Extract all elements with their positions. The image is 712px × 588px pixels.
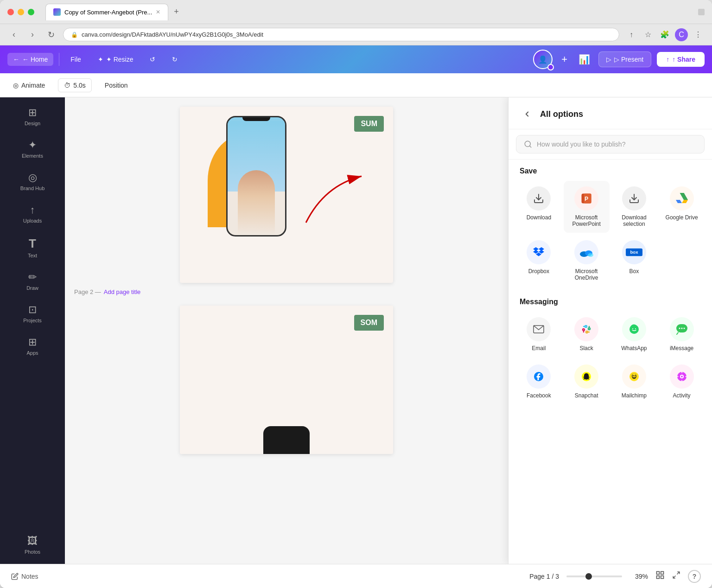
sidebar-item-design[interactable]: ⊞ Design bbox=[5, 101, 60, 132]
window-control[interactable] bbox=[698, 9, 705, 15]
sidebar-item-photos[interactable]: 🖼 Photos bbox=[5, 530, 60, 560]
share-avatar-container[interactable]: 👤 bbox=[533, 49, 553, 70]
sidebar-item-apps[interactable]: ⊞ Apps bbox=[5, 331, 60, 361]
option-download[interactable]: Download bbox=[516, 181, 562, 233]
sidebar-item-projects[interactable]: ⊡ Projects bbox=[5, 298, 60, 329]
back-nav-button[interactable]: ‹ bbox=[7, 28, 20, 41]
canva-favicon bbox=[53, 8, 61, 16]
sidebar-item-label-design: Design bbox=[25, 121, 40, 126]
option-download-selection[interactable]: Download selection bbox=[611, 181, 657, 233]
svg-point-22 bbox=[632, 328, 633, 329]
svg-point-33 bbox=[633, 375, 634, 376]
close-traffic-light[interactable] bbox=[7, 9, 14, 15]
browser-tab-active[interactable]: Copy of Sommer-Angebot (Pre... ✕ bbox=[45, 4, 168, 20]
home-back-button[interactable]: ← ← Home bbox=[7, 53, 53, 66]
canva-topbar: ← ← Home File ✦ ✦ Resize ↺ ↻ 👤 + 📊 ▷ ▷ P… bbox=[0, 45, 712, 73]
messaging-options-row2: Facebook Snapchat bbox=[516, 359, 705, 404]
tab-close-btn[interactable]: ✕ bbox=[156, 9, 160, 15]
grid-view-icon bbox=[655, 570, 665, 580]
svg-point-37 bbox=[681, 376, 683, 377]
notes-button[interactable]: Notes bbox=[11, 573, 38, 580]
svg-point-27 bbox=[683, 328, 685, 329]
option-snapchat[interactable]: Snapchat bbox=[564, 359, 610, 404]
search-box bbox=[516, 135, 705, 153]
som-badge-text: SOM bbox=[361, 319, 377, 326]
option-powerpoint[interactable]: P Microsoft PowerPoint bbox=[564, 181, 610, 233]
sidebar-bottom: 🖼 Photos bbox=[5, 530, 60, 560]
summer-badge: SUM bbox=[354, 116, 384, 132]
minimize-traffic-light[interactable] bbox=[18, 9, 24, 15]
expand-button[interactable] bbox=[672, 571, 680, 582]
snapchat-label: Snapchat bbox=[575, 392, 598, 399]
sidebar-item-brand-hub[interactable]: ◎ Brand Hub bbox=[5, 166, 60, 197]
design-page-2: SOM bbox=[180, 306, 393, 454]
email-icon-container bbox=[527, 317, 551, 341]
bookmark-btn[interactable]: ☆ bbox=[642, 28, 655, 41]
resize-button[interactable]: ✦ ✦ Resize bbox=[92, 53, 139, 66]
panel-back-button[interactable] bbox=[520, 107, 534, 121]
option-box[interactable]: box Box bbox=[611, 235, 657, 287]
option-mailchimp[interactable]: Mailchimp bbox=[611, 359, 657, 404]
forward-nav-button[interactable]: › bbox=[26, 28, 39, 41]
option-imessage[interactable]: iMessage bbox=[659, 312, 705, 357]
menu-btn[interactable]: ⋮ bbox=[692, 28, 705, 41]
search-icon bbox=[524, 140, 532, 148]
analytics-button[interactable]: 📊 bbox=[576, 51, 593, 68]
svg-line-1 bbox=[529, 146, 531, 147]
slack-label: Slack bbox=[579, 345, 593, 352]
apps-icon: ⊞ bbox=[28, 336, 37, 348]
plus-icon-button[interactable]: + bbox=[559, 51, 570, 68]
sidebar-item-elements[interactable]: ✦ Elements bbox=[5, 134, 60, 164]
position-button[interactable]: Position bbox=[99, 79, 134, 92]
file-menu-button[interactable]: File bbox=[65, 53, 87, 66]
phone-mockup bbox=[226, 116, 286, 236]
add-page-title-link[interactable]: Add page title bbox=[104, 288, 141, 295]
mailchimp-icon bbox=[629, 371, 640, 382]
help-button[interactable]: ? bbox=[688, 570, 701, 583]
sidebar-item-text[interactable]: T Text bbox=[5, 231, 60, 264]
maximize-traffic-light[interactable] bbox=[28, 9, 34, 15]
sidebar-item-uploads[interactable]: ↑ Uploads bbox=[5, 198, 60, 229]
address-bar[interactable]: 🔒 canva.com/design/DAFktad8AYU/nUwPY4xyG… bbox=[63, 28, 619, 41]
onedrive-icon-container bbox=[574, 240, 598, 264]
phone-notch bbox=[242, 117, 270, 121]
option-activity[interactable]: Activity bbox=[659, 359, 705, 404]
sidebar-item-label-brand-hub: Brand Hub bbox=[20, 185, 45, 191]
option-email[interactable]: Email bbox=[516, 312, 562, 357]
option-facebook[interactable]: Facebook bbox=[516, 359, 562, 404]
option-slack[interactable]: Slack bbox=[564, 312, 610, 357]
present-button[interactable]: ▷ ▷ Present bbox=[598, 51, 651, 67]
new-tab-button[interactable]: + bbox=[170, 5, 183, 19]
animate-button[interactable]: ◎ Animate bbox=[7, 79, 51, 92]
profile-btn[interactable]: C bbox=[675, 28, 688, 41]
projects-icon: ⊡ bbox=[28, 304, 37, 316]
canva-main: ⊞ Design ✦ Elements ◎ Brand Hub ↑ Upload… bbox=[0, 97, 712, 564]
phone-bottom-peek bbox=[263, 426, 310, 454]
canva-app: ← ← Home File ✦ ✦ Resize ↺ ↻ 👤 + 📊 ▷ ▷ P… bbox=[0, 45, 712, 588]
undo-button[interactable]: ↺ bbox=[144, 53, 161, 66]
option-onedrive[interactable]: Microsoft OneDrive bbox=[564, 235, 610, 287]
zoom-slider[interactable] bbox=[566, 575, 622, 577]
save-options-row1: Download P Microsoft PowerPoint bbox=[516, 181, 705, 233]
reload-nav-button[interactable]: ↻ bbox=[44, 28, 57, 41]
option-google-drive[interactable]: Google Drive bbox=[659, 181, 705, 233]
zoom-track[interactable] bbox=[566, 575, 622, 577]
time-control[interactable]: ⏱ 5.0s bbox=[58, 78, 91, 92]
elements-icon: ✦ bbox=[28, 139, 37, 151]
extensions-btn[interactable]: 🧩 bbox=[658, 28, 671, 41]
search-input[interactable] bbox=[537, 141, 697, 148]
option-dropbox[interactable]: Dropbox bbox=[516, 235, 562, 287]
sidebar-item-label-uploads: Uploads bbox=[23, 218, 42, 224]
svg-marker-9 bbox=[682, 200, 688, 203]
redo-button[interactable]: ↻ bbox=[166, 53, 183, 66]
secondary-toolbar: ◎ Animate ⏱ 5.0s Position bbox=[0, 73, 712, 97]
svg-point-23 bbox=[635, 328, 636, 329]
share-button[interactable]: ↑ ↑ Share bbox=[657, 52, 705, 67]
sidebar-item-draw[interactable]: ✏ Draw bbox=[5, 266, 60, 296]
share-nav-btn[interactable]: ↑ bbox=[625, 28, 638, 41]
zoom-thumb[interactable] bbox=[585, 573, 592, 580]
option-whatsapp[interactable]: WhatsApp bbox=[611, 312, 657, 357]
grid-view-button[interactable] bbox=[655, 570, 665, 582]
panel-header: All options bbox=[509, 97, 712, 129]
powerpoint-label: Microsoft PowerPoint bbox=[567, 214, 606, 227]
